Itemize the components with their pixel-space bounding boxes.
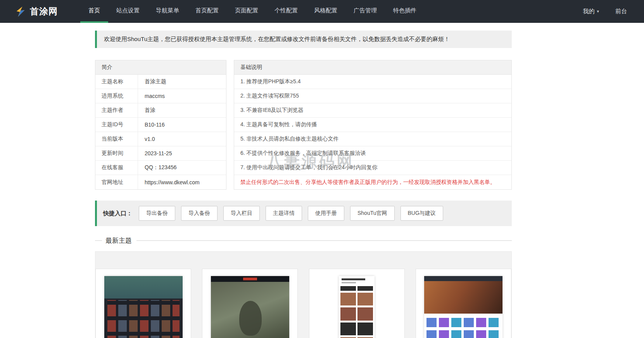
table-row: 适用系统 maccms xyxy=(95,89,226,103)
site-tiles-decor xyxy=(426,316,500,338)
row-label: 主题作者 xyxy=(95,103,138,117)
row-label: 当前版本 xyxy=(95,132,138,146)
table-row: 主题ID号 B10-116 xyxy=(95,118,226,132)
phone-grid-decor xyxy=(340,286,373,338)
nav-item-nav-menu[interactable]: 导航菜单 xyxy=(148,0,187,23)
table-row: 官网地址 https://www.dkewl.com xyxy=(95,175,226,189)
latest-themes-panel xyxy=(95,251,512,338)
nav-item-personal-config[interactable]: 个性配置 xyxy=(266,0,306,23)
logo-text: 首涂网 xyxy=(30,5,58,17)
row-value: 首涂 xyxy=(138,103,155,117)
note-item: 4. 主题具备可复制性，请勿传播 xyxy=(234,118,511,132)
row-value: 首涂主题 xyxy=(138,75,166,89)
row-value: v1.0 xyxy=(138,132,155,146)
theme-thumbnail xyxy=(211,276,289,338)
site-banner-decor xyxy=(424,281,502,314)
bug-suggest-button[interactable]: BUG与建议 xyxy=(401,206,443,221)
navbar: 首涂网 首页 站点设置 导航菜单 首页配置 页面配置 个性配置 风格配置 广告管… xyxy=(0,0,644,23)
nav-item-home[interactable]: 首页 xyxy=(80,0,108,23)
row-label: 主题ID号 xyxy=(95,118,138,132)
poster-grid-decor xyxy=(107,300,180,338)
theme-thumbnail xyxy=(424,276,502,338)
table-row: 主题名称 首涂主题 xyxy=(95,75,226,89)
note-item: 1. 推荐使用PHP版本≥5.4 xyxy=(234,75,511,89)
info-panels: 简介 主题名称 首涂主题 适用系统 maccms 主题作者 首涂 主题ID号 B… xyxy=(95,60,512,190)
table-row: 主题作者 首涂 xyxy=(95,103,226,118)
divider-line xyxy=(136,240,512,241)
theme-thumbnail xyxy=(339,276,375,338)
welcome-banner: 欢迎使用ShouTu主题，您已获得授权使用本主题管理系统，在您配置或修改文件前请… xyxy=(95,31,512,48)
chevron-down-icon: ▾ xyxy=(597,9,599,14)
latest-themes-title: 最新主题 xyxy=(105,236,132,245)
navbar-right: 我的 ▾ 前台 xyxy=(583,0,644,23)
logo[interactable]: 首涂网 xyxy=(0,0,80,23)
frontend-link[interactable]: 前台 xyxy=(615,8,627,15)
official-site-button[interactable]: ShouTu官网 xyxy=(350,206,395,221)
phone-header-decor xyxy=(342,278,365,280)
theme-thumbnail xyxy=(104,276,183,338)
table-row: 更新时间 2023-11-25 xyxy=(95,146,226,161)
theme-card[interactable] xyxy=(416,269,511,338)
row-label: 适用系统 xyxy=(95,89,138,103)
my-dropdown[interactable]: 我的 ▾ xyxy=(583,8,599,15)
row-label: 在线客服 xyxy=(95,161,138,175)
main-content: 欢迎使用ShouTu主题，您已获得授权使用本主题管理系统，在您配置或修改文件前请… xyxy=(95,31,512,338)
row-label: 官网地址 xyxy=(95,175,138,189)
import-backup-button[interactable]: 导入备份 xyxy=(181,206,218,221)
theme-card[interactable] xyxy=(95,269,191,338)
note-item: 6. 不提供个性化修改服务，高端定制请联系客服洽谈 xyxy=(234,146,511,161)
nav-item-homepage-config[interactable]: 首页配置 xyxy=(187,0,227,23)
nav-item-plugins[interactable]: 特色插件 xyxy=(385,0,425,23)
nav-item-page-config[interactable]: 页面配置 xyxy=(227,0,266,23)
my-dropdown-label: 我的 xyxy=(583,8,594,15)
main-nav: 首页 站点设置 导航菜单 首页配置 页面配置 个性配置 风格配置 广告管理 特色… xyxy=(80,0,425,23)
row-value: maccms xyxy=(138,89,165,103)
logo-icon xyxy=(15,6,26,17)
intro-panel: 简介 主题名称 首涂主题 适用系统 maccms 主题作者 首涂 主题ID号 B… xyxy=(95,60,226,190)
note-item: 2. 主题文件读写权限755 xyxy=(234,89,511,103)
official-site-url: https://www.dkewl.com xyxy=(138,175,200,189)
row-label: 更新时间 xyxy=(95,146,138,160)
notes-panel-title: 基础说明 xyxy=(234,60,511,75)
row-value: QQ：123456 xyxy=(138,161,177,175)
table-row: 当前版本 v1.0 xyxy=(95,132,226,146)
divider-line xyxy=(95,240,102,241)
license-warning: 禁止任何形式的二次出售、分享他人等侵害作者及正版用户的行为，一经发现取消授权资格… xyxy=(234,175,511,189)
quick-entry-label: 快捷入口： xyxy=(103,210,132,217)
nav-item-site-settings[interactable]: 站点设置 xyxy=(108,0,148,23)
note-item: 7. 使用中出现问题请提交工单，我们会在24小时内回复你 xyxy=(234,161,511,175)
site-navbar-decor xyxy=(424,276,502,281)
note-item: 5. 非技术人员请勿私自修改主题核心文件 xyxy=(234,132,511,146)
note-item: 3. 不兼容IE8及以下浏览器 xyxy=(234,103,511,118)
table-row: 在线客服 QQ：123456 xyxy=(95,161,226,175)
manual-button[interactable]: 使用手册 xyxy=(308,206,344,221)
nav-item-ad-management[interactable]: 广告管理 xyxy=(345,0,385,23)
notes-panel: 基础说明 1. 推荐使用PHP版本≥5.4 2. 主题文件读写权限755 3. … xyxy=(234,60,512,190)
theme-detail-button[interactable]: 主题详情 xyxy=(266,206,302,221)
player-scene-decor xyxy=(239,301,262,336)
row-value: B10-116 xyxy=(138,118,165,132)
theme-card[interactable] xyxy=(202,269,298,338)
theme-card[interactable] xyxy=(309,269,405,338)
row-label: 主题名称 xyxy=(95,75,138,89)
export-backup-button[interactable]: 导出备份 xyxy=(139,206,175,221)
quick-entry-bar: 快捷入口： 导出备份 导入备份 导入栏目 主题详情 使用手册 ShouTu官网 … xyxy=(95,201,512,226)
latest-themes-heading: 最新主题 xyxy=(95,236,512,245)
player-logo-decor xyxy=(243,278,257,280)
nav-item-style-config[interactable]: 风格配置 xyxy=(306,0,345,23)
row-value: 2023-11-25 xyxy=(138,146,172,160)
import-category-button[interactable]: 导入栏目 xyxy=(223,206,260,221)
intro-panel-title: 简介 xyxy=(95,60,226,75)
